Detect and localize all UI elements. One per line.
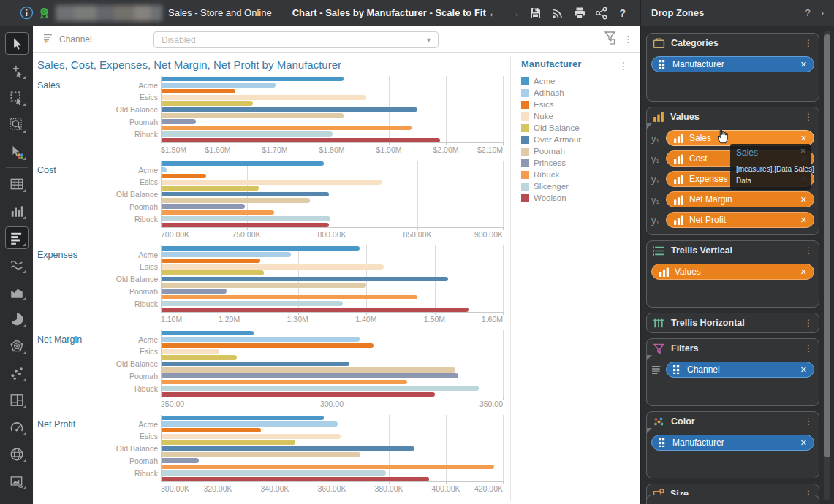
bar-slicenger[interactable] bbox=[162, 216, 330, 221]
collapse-panel-icon[interactable]: › bbox=[821, 7, 824, 18]
dropzone-pill-manufacturer[interactable]: Manufacturer ✕ bbox=[651, 435, 814, 451]
bar-poomah[interactable] bbox=[162, 283, 366, 288]
section-menu-icon[interactable]: ⋮ bbox=[804, 112, 813, 122]
share-icon[interactable] bbox=[593, 4, 610, 22]
legend-item[interactable]: Woolson bbox=[521, 192, 640, 204]
section-menu-icon[interactable]: ⋮ bbox=[804, 318, 813, 328]
bar-adihash[interactable] bbox=[162, 421, 338, 427]
help-icon[interactable]: ? bbox=[615, 7, 631, 19]
bar-princess[interactable] bbox=[162, 204, 245, 209]
bar-slicenger[interactable] bbox=[162, 470, 386, 476]
dropzone-pill-channel[interactable]: Channel ✕ bbox=[666, 362, 814, 378]
chart-canvas[interactable]: Sales, Cost, Expenses, Net Margin, Net P… bbox=[33, 53, 640, 504]
bar-nuke[interactable] bbox=[162, 264, 384, 270]
gauge-tool-icon[interactable] bbox=[5, 416, 29, 438]
area-chart-tool-icon[interactable] bbox=[5, 280, 29, 303]
bar-acme[interactable] bbox=[162, 246, 360, 251]
bar-adihash[interactable] bbox=[162, 83, 276, 88]
bar-over-armour[interactable] bbox=[162, 362, 349, 367]
save-icon[interactable] bbox=[527, 4, 545, 22]
crosshair-tool-icon[interactable] bbox=[5, 59, 29, 82]
bar-over-armour[interactable] bbox=[162, 446, 414, 451]
bar-nuke[interactable] bbox=[162, 180, 382, 185]
bar-old-balance[interactable] bbox=[162, 101, 253, 106]
remove-icon[interactable]: ✕ bbox=[800, 438, 807, 448]
bar-old-balance[interactable] bbox=[162, 186, 259, 191]
filter-funnel-icon[interactable] bbox=[604, 31, 616, 47]
bar-woolson[interactable] bbox=[162, 223, 329, 228]
dropzone-pill-values[interactable]: Values ✕ bbox=[651, 264, 814, 280]
bar-acme[interactable] bbox=[162, 77, 344, 82]
bar-old-balance[interactable] bbox=[162, 440, 295, 445]
bar-nuke[interactable] bbox=[162, 434, 341, 439]
bar-woolson[interactable] bbox=[162, 308, 469, 313]
bar-princess[interactable] bbox=[162, 458, 199, 463]
bar-poomah[interactable] bbox=[162, 198, 310, 203]
legend-item[interactable]: Over Armour bbox=[521, 134, 640, 145]
legend-item[interactable]: Esics bbox=[521, 99, 640, 110]
remove-icon[interactable]: ✕ bbox=[800, 365, 807, 375]
bar-nuke[interactable] bbox=[162, 349, 219, 354]
bar-chart-tool-icon[interactable] bbox=[5, 226, 29, 249]
bar-adihash[interactable] bbox=[162, 252, 291, 257]
bar-esics[interactable] bbox=[162, 343, 374, 348]
bar-adihash[interactable] bbox=[162, 167, 167, 172]
bar-slicenger[interactable] bbox=[162, 386, 479, 391]
panel-scrollbar[interactable] bbox=[824, 31, 830, 500]
treemap-tool-icon[interactable] bbox=[5, 389, 29, 411]
zoom-select-tool-icon[interactable] bbox=[5, 113, 29, 136]
dropzone-pill-net-margin[interactable]: Net Margin ✕ bbox=[666, 191, 814, 207]
highlight-select-tool-icon[interactable] bbox=[5, 140, 29, 163]
remove-icon[interactable]: ✕ bbox=[800, 134, 807, 143]
remove-icon[interactable]: ✕ bbox=[800, 195, 807, 205]
bar-acme[interactable] bbox=[162, 416, 324, 421]
bar-poomah[interactable] bbox=[162, 113, 344, 118]
legend-item[interactable]: Ribuck bbox=[521, 169, 640, 180]
column-chart-tool-icon[interactable] bbox=[5, 199, 29, 222]
channel-dropdown[interactable]: Disabled ▼ bbox=[153, 31, 439, 48]
bar-esics[interactable] bbox=[162, 428, 261, 433]
bar-slicenger[interactable] bbox=[162, 301, 343, 306]
remove-icon[interactable]: ✕ bbox=[800, 215, 807, 225]
line-chart-tool-icon[interactable] bbox=[5, 253, 29, 276]
bar-poomah[interactable] bbox=[162, 452, 360, 457]
bar-princess[interactable] bbox=[162, 119, 196, 124]
legend-item[interactable]: Nuke bbox=[521, 110, 640, 122]
pointer-tool-icon[interactable] bbox=[5, 32, 29, 55]
bar-old-balance[interactable] bbox=[162, 270, 264, 275]
bar-adihash[interactable] bbox=[162, 337, 360, 342]
image-tool-icon[interactable] bbox=[5, 470, 29, 492]
bar-princess[interactable] bbox=[162, 289, 227, 294]
bar-old-balance[interactable] bbox=[162, 355, 237, 360]
bar-over-armour[interactable] bbox=[162, 192, 329, 197]
scatter-chart-tool-icon[interactable] bbox=[5, 362, 29, 384]
marquee-select-tool-icon[interactable] bbox=[5, 86, 29, 109]
bar-slicenger[interactable] bbox=[162, 131, 333, 137]
bar-acme[interactable] bbox=[162, 331, 254, 336]
bar-esics[interactable] bbox=[162, 174, 206, 179]
rerun-data-icon[interactable] bbox=[549, 4, 566, 22]
section-menu-icon[interactable]: ⋮ bbox=[804, 343, 813, 354]
bar-over-armour[interactable] bbox=[162, 277, 448, 282]
pie-chart-tool-icon[interactable] bbox=[5, 308, 29, 330]
dropzone-pill-manufacturer[interactable]: Manufacturer ✕ bbox=[651, 56, 814, 72]
info-icon[interactable] bbox=[18, 4, 35, 22]
data-grid-tool-icon[interactable] bbox=[5, 172, 29, 195]
map-tool-icon[interactable] bbox=[5, 443, 29, 465]
bar-woolson[interactable] bbox=[162, 477, 429, 482]
print-icon[interactable] bbox=[571, 4, 588, 22]
bar-nuke[interactable] bbox=[162, 95, 366, 100]
panel-help-icon[interactable]: ? bbox=[805, 7, 810, 18]
back-icon[interactable]: ← bbox=[486, 7, 502, 20]
bar-poomah[interactable] bbox=[162, 367, 455, 373]
bar-esics[interactable] bbox=[162, 259, 260, 264]
bar-ribuck[interactable] bbox=[162, 465, 494, 470]
section-menu-icon[interactable]: ⋮ bbox=[804, 245, 813, 256]
remove-icon[interactable]: ✕ bbox=[800, 60, 807, 69]
legend-item[interactable]: Old Balance bbox=[521, 122, 640, 134]
legend-item[interactable]: Poomah bbox=[521, 145, 640, 157]
bar-woolson[interactable] bbox=[162, 138, 440, 143]
bar-acme[interactable] bbox=[162, 161, 324, 167]
bar-over-armour[interactable] bbox=[162, 107, 417, 112]
legend-item[interactable]: Slicenger bbox=[521, 180, 640, 192]
